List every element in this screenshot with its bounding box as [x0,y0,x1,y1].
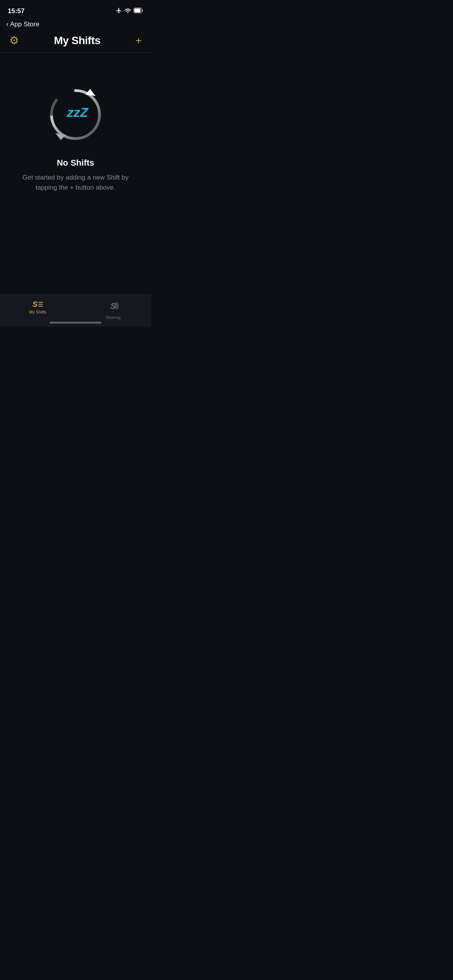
back-label: App Store [10,21,39,28]
svg-rect-2 [134,9,141,12]
page-title: My Shifts [54,34,100,47]
status-icons [116,7,143,15]
circular-arrows-svg: zzZ [45,84,106,146]
no-shifts-title: No Shifts [57,158,94,168]
add-shift-button[interactable]: + [134,34,143,48]
plus-icon: + [136,34,142,46]
navigation-bar: ⚙ My Shifts + [0,31,151,52]
back-arrow-icon: ‹ [6,20,9,28]
gear-icon: ⚙ [9,34,19,46]
sharing-tab-label: Sharing [106,315,121,320]
settings-button[interactable]: ⚙ [8,34,21,48]
home-indicator [50,322,101,324]
my-shifts-tab-icon: S [33,300,43,308]
wifi-icon [124,8,131,15]
my-shifts-tab-label: My Shifts [29,310,46,314]
back-navigation[interactable]: ‹ App Store [0,19,151,31]
battery-icon [134,8,143,15]
empty-state-icon: zzZ [45,84,106,146]
status-time: 15:57 [8,7,24,15]
airplane-icon [116,7,122,15]
svg-point-0 [127,12,129,14]
status-bar: 15:57 [0,0,151,19]
tab-sharing[interactable]: S Sharing [76,299,151,320]
sharing-tab-icon: S [108,300,119,314]
tab-my-shifts[interactable]: S My Shifts [0,299,76,314]
svg-text:S: S [110,301,116,311]
empty-state-container: zzZ No Shifts Get started by adding a ne… [0,53,151,291]
svg-text:zzZ: zzZ [67,105,89,120]
no-shifts-subtitle: Get started by adding a new Shift by tap… [21,173,130,192]
